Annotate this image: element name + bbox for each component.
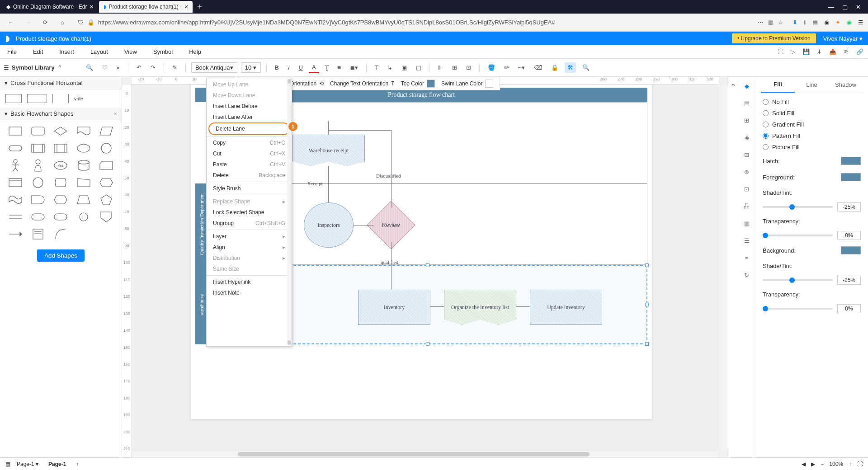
shade-slider[interactable] <box>763 206 833 208</box>
align-button[interactable]: ≡ <box>335 62 344 73</box>
change-text-orientation-button[interactable]: Change Text OrientationT <box>330 80 395 87</box>
context-menu-scrollbar[interactable] <box>287 78 292 346</box>
menu-file[interactable]: File <box>5 47 19 57</box>
redo-button[interactable]: ↷ <box>148 62 158 73</box>
browser-tab-active[interactable]: ◗ Product storage flow chart(1) - × <box>99 1 193 13</box>
tab-line[interactable]: Line <box>795 77 829 93</box>
swimlane-color-button[interactable]: Swim Lane Color <box>441 80 493 88</box>
distribute-button[interactable]: ⊞ <box>449 62 460 73</box>
shape-shield[interactable] <box>97 211 115 223</box>
share-icon[interactable]: ⚟ <box>844 48 849 55</box>
shape-rect[interactable] <box>6 125 24 137</box>
chart-icon[interactable]: ▥ <box>741 218 752 229</box>
line-style-button[interactable]: ┅▾ <box>515 62 528 73</box>
table-icon[interactable]: ⊡ <box>741 183 752 194</box>
shape-arc[interactable] <box>52 228 70 240</box>
shade-value[interactable]: -25% <box>837 202 861 212</box>
menu-layout[interactable]: Layout <box>88 47 111 57</box>
transparency-value2[interactable]: 0% <box>837 304 861 313</box>
menu-help[interactable]: Help <box>186 47 204 57</box>
shape-rounded[interactable] <box>29 125 47 137</box>
shade-slider2[interactable] <box>763 279 833 281</box>
present-icon[interactable]: ▷ <box>791 48 795 55</box>
close-icon[interactable]: × <box>184 3 188 10</box>
download-icon[interactable]: ⬇ <box>793 19 797 26</box>
bookmark-icon[interactable]: ☆ <box>778 19 783 26</box>
scroll-down-icon[interactable] <box>288 340 291 345</box>
context-menu-item[interactable]: Insert Lane After <box>207 112 292 122</box>
fill-picture[interactable]: Picture Fill <box>763 144 861 150</box>
shape-rounded2[interactable] <box>29 211 47 223</box>
context-menu-item[interactable]: Layer▸ <box>207 231 292 242</box>
tab-fill[interactable]: Fill <box>761 77 795 93</box>
app-logo-icon[interactable]: ◗ <box>5 33 9 43</box>
shape-stadium[interactable] <box>52 211 70 223</box>
close-icon[interactable]: × <box>90 3 93 10</box>
format-painter-icon[interactable]: ✎ <box>170 62 180 73</box>
ext1-icon[interactable]: ✦ <box>835 19 840 26</box>
section-cross-functional[interactable]: ▾ Cross Functional Horizontal <box>0 77 122 89</box>
transparency-value[interactable]: 0% <box>837 231 861 240</box>
fill-no-fill[interactable]: No Fill <box>763 99 861 105</box>
font-size-select[interactable]: 10 ▾ <box>241 62 261 73</box>
fill-gradient[interactable]: Gradient Fill <box>763 121 861 128</box>
close-icon[interactable]: × <box>113 110 117 117</box>
context-menu-item[interactable]: Insert Hyperlink <box>207 277 292 287</box>
container-button[interactable]: ▣ <box>399 62 410 73</box>
align-left-button[interactable]: ⊫ <box>435 62 446 73</box>
text-tool-button[interactable]: T <box>372 62 381 73</box>
shape-pentagon[interactable] <box>97 193 115 206</box>
shape-actor[interactable] <box>6 159 24 172</box>
text-height-button[interactable]: Ṯ <box>322 62 331 73</box>
reader-icon[interactable]: ▥ <box>768 19 774 26</box>
shape-hex[interactable] <box>52 193 70 206</box>
page-icon[interactable]: ▤ <box>741 98 752 108</box>
maximize-icon[interactable]: ▢ <box>842 4 848 10</box>
context-menu-item[interactable]: Style Brush <box>207 183 292 194</box>
new-tab-button[interactable]: + <box>193 2 206 12</box>
bold-button[interactable]: B <box>272 62 282 73</box>
horizontal-scrollbar[interactable] <box>132 451 719 457</box>
undo-button[interactable]: ↶ <box>134 62 144 73</box>
context-menu-item[interactable]: Align▸ <box>207 242 292 253</box>
reload-button[interactable]: ⟳ <box>39 16 52 29</box>
separator-shape[interactable] <box>52 94 69 103</box>
more-icon[interactable]: ⋯ <box>758 19 764 26</box>
url-bar[interactable]: 🛡 🔒 https://www.edrawmax.com/online/app.… <box>73 16 788 29</box>
nav-right-icon[interactable]: ▶ <box>811 461 815 467</box>
shape-cylinder[interactable] <box>75 159 93 172</box>
collapse-right-panel[interactable]: » <box>728 77 738 457</box>
account-icon[interactable]: ◉ <box>824 19 829 26</box>
fill-pattern[interactable]: Pattern Fill <box>763 132 861 139</box>
shape-lines[interactable] <box>6 211 24 223</box>
add-page-button[interactable]: + <box>76 461 79 467</box>
shape-ellipse[interactable] <box>75 142 93 155</box>
symbol-library-label[interactable]: Symbol Library <box>12 64 55 71</box>
menu-icon[interactable]: ☰ <box>858 19 863 26</box>
group-button[interactable]: ⊡ <box>463 62 474 73</box>
minimize-icon[interactable]: — <box>828 4 834 10</box>
shape-yes[interactable]: Yes <box>52 159 70 172</box>
focus-icon[interactable]: ⛶ <box>778 48 783 55</box>
connector-button[interactable]: ↳ <box>385 62 395 73</box>
transparency-slider[interactable] <box>763 235 833 236</box>
background-swatch[interactable] <box>841 246 861 254</box>
link-icon[interactable]: 🔗 <box>856 48 863 55</box>
update-shape[interactable]: Update inventory <box>530 290 602 325</box>
zoom-out-button[interactable]: − <box>821 461 824 467</box>
close-window-icon[interactable]: ✕ <box>856 4 861 10</box>
shape-trap[interactable] <box>75 193 93 206</box>
shape-tape[interactable] <box>6 176 24 189</box>
fill-tab-icon[interactable]: ◆ <box>741 80 752 91</box>
add-shapes-button[interactable]: Add Shapes <box>37 249 85 262</box>
warehouse-receipt-shape[interactable]: Warehouse receipt <box>292 135 365 166</box>
shape-delay[interactable] <box>29 193 47 206</box>
context-menu-item[interactable]: Insert Note <box>207 287 292 298</box>
favorite-icon[interactable]: ♡ <box>99 62 110 73</box>
line-color-button[interactable]: ✏ <box>501 62 512 73</box>
outline-icon[interactable]: ▤ <box>5 461 10 467</box>
swimlane-shape[interactable] <box>27 94 47 103</box>
menu-edit[interactable]: Edit <box>30 47 46 57</box>
shape-card[interactable] <box>97 159 115 172</box>
swimlane-shape[interactable] <box>5 94 22 103</box>
